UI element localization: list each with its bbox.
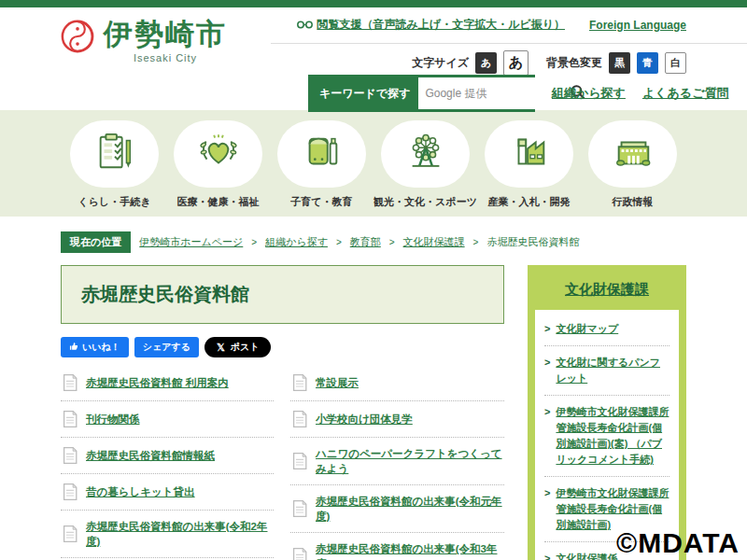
document-icon bbox=[292, 499, 307, 518]
header-divider bbox=[271, 43, 747, 44]
x-post-button[interactable]: 𝕏 ポスト bbox=[204, 337, 272, 357]
page-title: 赤堀歴史民俗資料館 bbox=[81, 282, 484, 307]
nav-item-gyosei[interactable]: 行政情報 bbox=[581, 120, 684, 217]
x-logo-icon: 𝕏 bbox=[217, 342, 225, 354]
search-label: キーワードで探す bbox=[311, 77, 418, 109]
org-search-link[interactable]: 組織から探す bbox=[552, 85, 626, 102]
top-accent-bar bbox=[0, 0, 747, 7]
heart-leaves-icon bbox=[197, 131, 240, 177]
bg-blue-button[interactable]: 青 bbox=[637, 52, 658, 74]
sidebar-title-link[interactable]: 文化財保護課 bbox=[565, 281, 649, 297]
content-link[interactable]: 赤堀歴史民俗資料館 利用案内 bbox=[86, 375, 229, 390]
page-title-box: 赤堀歴史民俗資料館 bbox=[61, 265, 504, 324]
link-list-right: 常設展示 小学校向け団体見学 bbox=[290, 365, 504, 560]
accessibility-link[interactable]: 閲覧支援（音声読み上げ・文字拡大・ルビ振り） bbox=[297, 17, 565, 33]
list-item: ハニワのペーパークラフトをつくってみよう bbox=[290, 438, 504, 485]
chevron-right-icon: > bbox=[544, 355, 550, 386]
breadcrumb-label: 現在の位置 bbox=[61, 231, 131, 253]
foreign-language-link[interactable]: Foreign Language bbox=[589, 19, 686, 32]
sidebar-item: > 文化財に関するパンフレット bbox=[544, 346, 669, 396]
site-header: 伊勢崎市 Isesaki City 閲覧支援（音声読み上げ・文字拡大・ルビ振り）… bbox=[0, 7, 747, 110]
sidebar-link[interactable]: 文化財マップ bbox=[556, 321, 618, 337]
chevron-right-icon: > bbox=[389, 237, 395, 247]
search-input[interactable] bbox=[425, 87, 570, 100]
nav-item-sangyo[interactable]: 産業・入札・開発 bbox=[477, 120, 581, 217]
content-link[interactable]: 常設展示 bbox=[316, 375, 359, 390]
document-icon bbox=[63, 373, 78, 392]
document-icon bbox=[63, 446, 78, 465]
document-icon bbox=[63, 410, 78, 428]
division-sidebar: 文化財保護課 > 文化財マップ > 文化財に関するパンフレット bbox=[528, 265, 686, 560]
facebook-share-button[interactable]: シェアする bbox=[134, 337, 199, 357]
document-icon bbox=[63, 525, 78, 543]
chevron-right-icon: > bbox=[544, 485, 550, 533]
breadcrumb-division-link[interactable]: 文化財保護課 bbox=[403, 235, 465, 249]
list-item: 赤堀歴史民俗資料館情報紙 bbox=[61, 438, 274, 474]
content-link[interactable]: 赤堀歴史民俗資料館の出来事(令和元年度) bbox=[316, 494, 502, 524]
list-item: 赤堀歴史民俗資料館の出来事(令和3年度) bbox=[290, 533, 504, 560]
list-item: 刊行物関係 bbox=[61, 401, 274, 438]
document-icon bbox=[63, 483, 78, 501]
ferris-wheel-icon bbox=[404, 131, 447, 177]
content-link[interactable]: 小学校向け団体見学 bbox=[316, 412, 413, 427]
content-link[interactable]: 赤堀歴史民俗資料館情報紙 bbox=[86, 448, 215, 463]
city-emblem-icon bbox=[60, 19, 95, 58]
chevron-right-icon: > bbox=[544, 551, 550, 560]
breadcrumb-org-link[interactable]: 組織から探す bbox=[265, 235, 328, 249]
bg-black-button[interactable]: 黒 bbox=[609, 52, 630, 74]
list-item: 昔の暮らしキット貸出 bbox=[61, 474, 274, 511]
site-logo[interactable]: 伊勢崎市 Isesaki City bbox=[60, 19, 227, 63]
faq-link[interactable]: よくあるご質問 bbox=[642, 85, 729, 102]
sidebar-link[interactable]: 文化財に関するパンフレット bbox=[556, 355, 669, 386]
thumbs-up-icon bbox=[69, 342, 78, 353]
list-item: 小学校向け団体見学 bbox=[290, 401, 504, 438]
city-name: 伊勢崎市 bbox=[104, 19, 227, 50]
breadcrumb-current: 赤堀歴史民俗資料館 bbox=[486, 235, 579, 249]
document-icon bbox=[292, 452, 307, 470]
watermark: ©MDATA bbox=[616, 527, 740, 559]
content-link[interactable]: ハニワのペーパークラフトをつくってみよう bbox=[316, 446, 502, 476]
sidebar-link[interactable]: 伊勢崎市文化財保護課所管施設長寿命化計画(個別施設計画)(案) （パブリックコメ… bbox=[556, 404, 669, 468]
font-size-small-button[interactable]: あ bbox=[475, 52, 497, 74]
breadcrumb-dept-link[interactable]: 教育部 bbox=[350, 235, 381, 249]
government-building-icon bbox=[612, 131, 655, 177]
document-icon bbox=[292, 410, 307, 428]
sidebar-link-list: > 文化財マップ > 文化財に関するパンフレット > 伊勢崎市文化財保護課所管施… bbox=[535, 310, 679, 560]
sidebar-item: > 文化財マップ bbox=[544, 313, 669, 346]
document-icon bbox=[292, 373, 307, 392]
clipboard-icon bbox=[93, 131, 136, 177]
list-item: 常設展示 bbox=[290, 365, 504, 401]
keyword-search-box: キーワードで探す bbox=[308, 75, 535, 112]
content-link[interactable]: 赤堀歴史民俗資料館の出来事(令和2年度) bbox=[86, 519, 272, 549]
content-link[interactable]: 赤堀歴史民俗資料館の出来事(令和3年度) bbox=[316, 541, 502, 560]
chevron-right-icon: > bbox=[336, 237, 342, 247]
bg-white-button[interactable]: 白 bbox=[665, 52, 686, 74]
breadcrumb-home-link[interactable]: 伊勢崎市ホームページ bbox=[139, 235, 243, 249]
chevron-right-icon: > bbox=[544, 321, 550, 337]
font-size-label: 文字サイズ bbox=[412, 55, 469, 71]
nav-item-iryo[interactable]: 医療・健康・福祉 bbox=[166, 120, 270, 217]
chevron-right-icon: > bbox=[544, 404, 550, 468]
nav-item-kanko[interactable]: 観光・文化・スポーツ bbox=[374, 120, 477, 217]
facebook-like-button[interactable]: いいね！ bbox=[61, 337, 129, 357]
content-link[interactable]: 刊行物関係 bbox=[86, 412, 140, 427]
chevron-right-icon: > bbox=[251, 237, 257, 247]
chevron-right-icon: > bbox=[473, 237, 479, 247]
category-nav: くらし・手続き 医療・健康・福祉 子育て・教育 bbox=[0, 110, 747, 217]
nav-item-kosodate[interactable]: 子育て・教育 bbox=[270, 120, 374, 217]
glasses-icon bbox=[297, 19, 313, 32]
content-link[interactable]: 昔の暮らしキット貸出 bbox=[86, 484, 195, 499]
backpack-icon bbox=[301, 131, 344, 177]
list-item: 赤堀歴史民俗資料館 利用案内 bbox=[61, 365, 274, 401]
list-item: 赤堀歴史民俗資料館の出来事(令和元年度) bbox=[290, 485, 504, 533]
list-item: 赤堀歴史民俗資料館の出来事(令和2年度) bbox=[61, 511, 274, 558]
sidebar-link[interactable]: 伊勢崎市文化財保護課所管施設長寿命化計画(個別施設計画) bbox=[556, 485, 669, 533]
document-icon bbox=[292, 547, 307, 560]
sidebar-link[interactable]: 文化財保護係 bbox=[556, 551, 617, 560]
link-list-left: 赤堀歴史民俗資料館 利用案内 刊行物関係 bbox=[61, 365, 274, 560]
bg-color-label: 背景色変更 bbox=[546, 55, 602, 71]
nav-item-kurashi[interactable]: くらし・手続き bbox=[63, 120, 166, 217]
sidebar-item: > 伊勢崎市文化財保護課所管施設長寿命化計画(個別施設計画)(案) （パブリック… bbox=[544, 396, 669, 477]
factory-icon bbox=[508, 131, 551, 177]
font-size-large-button[interactable]: あ bbox=[503, 50, 529, 76]
